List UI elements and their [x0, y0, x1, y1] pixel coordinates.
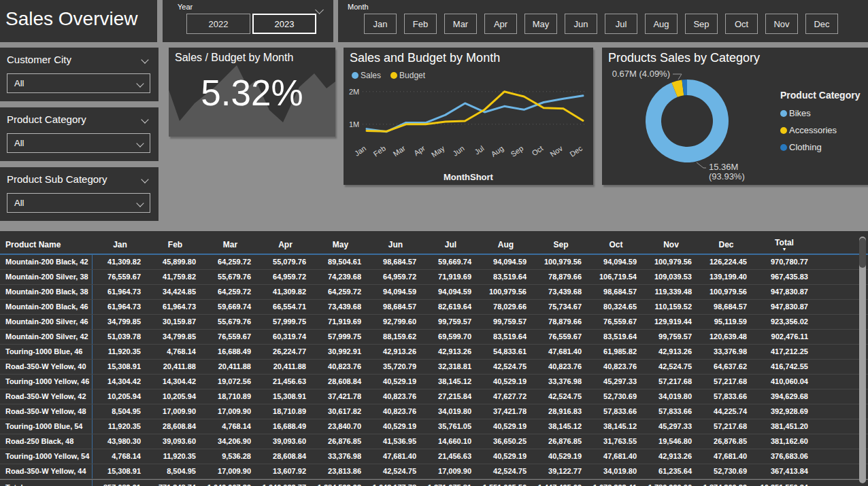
column-header-jun[interactable]: Jun — [368, 241, 423, 249]
product-name-cell: Road-350-W Yellow, 48 — [0, 404, 93, 419]
value-cell: 100,979.56 — [533, 255, 588, 269]
value-cell: 26,224.77 — [258, 345, 313, 359]
value-cell: 20,411.88 — [203, 360, 258, 374]
table-row: Mountain-200 Silver, 3876,559.6741,759.8… — [0, 270, 868, 285]
month-button-may[interactable]: May — [524, 14, 557, 34]
value-cell: 40,529.19 — [478, 419, 533, 434]
value-cell: 11,920.35 — [93, 345, 148, 359]
donut-chart-panel: Products Sales by Category 0.67M (4.09%)… — [602, 48, 868, 185]
value-cell: 902,476.11 — [754, 330, 815, 344]
legend-item-bikes[interactable]: Bikes — [780, 108, 860, 118]
month-slicer: Month JanFebMarAprMayJunJulAugSepOctNovD… — [338, 0, 868, 42]
column-header-product-name[interactable]: Product Name — [0, 241, 93, 249]
column-header-oct[interactable]: Oct — [588, 241, 644, 249]
value-cell: 57,833.66 — [644, 404, 699, 419]
month-button-feb[interactable]: Feb — [404, 14, 437, 34]
month-button-aug[interactable]: Aug — [645, 14, 678, 34]
customer-city-dropdown[interactable]: All — [7, 73, 150, 93]
value-cell: 45,899.80 — [148, 255, 203, 269]
column-header-apr[interactable]: Apr — [258, 241, 313, 249]
column-header-sep[interactable]: Sep — [533, 241, 588, 249]
dashboard-canvas: { "title": "Sales Overview", "colors": {… — [0, 0, 868, 486]
value-cell: 44,225.74 — [699, 404, 754, 419]
bikes-leader-line — [697, 162, 706, 168]
product-category-dropdown[interactable]: All — [7, 133, 150, 153]
value-cell: 43,980.30 — [93, 434, 148, 449]
month-button-jan[interactable]: Jan — [364, 14, 397, 34]
value-cell: 98,684.57 — [368, 255, 423, 269]
chevron-down-icon[interactable] — [141, 116, 148, 123]
table-scrollbar-rail[interactable] — [859, 237, 866, 483]
month-button-jul[interactable]: Jul — [605, 14, 637, 34]
value-cell: 100,979.56 — [699, 285, 754, 299]
product-sub-category-dropdown[interactable]: All — [7, 193, 150, 213]
month-button-nov[interactable]: Nov — [765, 14, 798, 34]
value-cell: 1,780,920.06 — [644, 480, 699, 486]
value-cell: 52,730.69 — [699, 464, 754, 479]
line-chart-legend: Sales Budget — [352, 71, 425, 80]
value-cell: 10,205.94 — [148, 389, 203, 404]
table-row: Road-350-W Yellow, 4210,205.9410,205.941… — [0, 389, 868, 404]
value-cell: 57,999.75 — [313, 330, 368, 344]
clothing-legend-dot-icon — [780, 144, 787, 151]
month-button-sep[interactable]: Sep — [685, 14, 718, 34]
month-button-mar[interactable]: Mar — [444, 14, 477, 34]
legend-item-accessories[interactable]: Accessories — [780, 125, 860, 135]
month-button-jun[interactable]: Jun — [565, 14, 597, 34]
month-button-oct[interactable]: Oct — [725, 14, 758, 34]
value-cell: 19,546.80 — [644, 434, 699, 449]
column-header-jul[interactable]: Jul — [423, 241, 478, 249]
month-button-dec[interactable]: Dec — [805, 14, 838, 34]
bikes-callout-value: 15.36M — [709, 162, 738, 172]
value-cell: 47,627.72 — [478, 389, 533, 404]
table-row: Touring-1000 Yellow, 4614,304.4214,304.4… — [0, 375, 868, 389]
value-cell: 42,913.26 — [644, 449, 699, 464]
table-scrollbar-thumb[interactable] — [859, 238, 866, 268]
value-cell: 83,519.64 — [588, 330, 644, 344]
year-button-2022[interactable]: 2022 — [186, 14, 250, 34]
legend-item-clothing[interactable]: Clothing — [780, 142, 860, 152]
legend-item-sales[interactable]: Sales — [352, 71, 381, 80]
budget-legend-dot-icon — [390, 72, 397, 79]
column-header-nov[interactable]: Nov — [644, 241, 699, 249]
column-header-may[interactable]: May — [313, 241, 368, 249]
accessories-legend-dot-icon — [780, 127, 787, 134]
value-cell: 14,304.42 — [93, 375, 148, 389]
legend-label-clothing: Clothing — [789, 142, 822, 152]
chevron-down-icon — [136, 139, 144, 147]
value-cell: 89,504.61 — [313, 255, 368, 269]
chevron-down-icon[interactable] — [315, 5, 324, 14]
table-row: Road-350-W Yellow, 488,504.9517,009.9017… — [0, 404, 868, 419]
legend-item-budget[interactable]: Budget — [390, 71, 425, 80]
month-button-apr[interactable]: Apr — [484, 14, 517, 34]
chevron-down-icon — [136, 80, 144, 87]
value-cell: 40,823.76 — [588, 360, 644, 374]
value-cell: 34,799.85 — [93, 315, 148, 329]
table-body: Mountain-200 Black, 4241,309.8245,899.80… — [0, 255, 868, 479]
column-header-mar[interactable]: Mar — [203, 241, 258, 249]
value-cell: 34,799.85 — [148, 330, 203, 344]
value-cell: 42,524.75 — [533, 389, 588, 404]
chevron-down-icon[interactable] — [141, 56, 148, 63]
value-cell: 28,608.84 — [258, 449, 313, 464]
product-category-filter: Product Category All — [0, 107, 158, 161]
sort-descending-icon: ▼ — [754, 247, 815, 251]
value-cell: 80,324.65 — [588, 300, 644, 314]
value-cell: 64,259.72 — [313, 285, 368, 299]
column-header-jan[interactable]: Jan — [93, 241, 148, 249]
value-cell: 76,559.67 — [588, 315, 644, 329]
table-total-row: Total857,689.91771,348.741,049,907.391,0… — [0, 479, 868, 486]
value-cell: 61,964.73 — [148, 300, 203, 314]
value-cell: 34,206.90 — [203, 434, 258, 449]
column-header-feb[interactable]: Feb — [148, 241, 203, 249]
month-slicer-label: Month — [348, 3, 369, 11]
column-header-dec[interactable]: Dec — [699, 241, 754, 249]
value-cell: 92,799.60 — [368, 315, 423, 329]
chevron-down-icon[interactable] — [141, 175, 148, 183]
value-cell: 42,913.26 — [644, 345, 699, 359]
value-cell: 52,730.69 — [588, 389, 644, 404]
value-cell: 4,768.14 — [148, 345, 203, 359]
year-button-2023[interactable]: 2023 — [252, 14, 316, 34]
column-header-total[interactable]: Total▼ — [754, 239, 815, 251]
column-header-aug[interactable]: Aug — [478, 241, 533, 249]
